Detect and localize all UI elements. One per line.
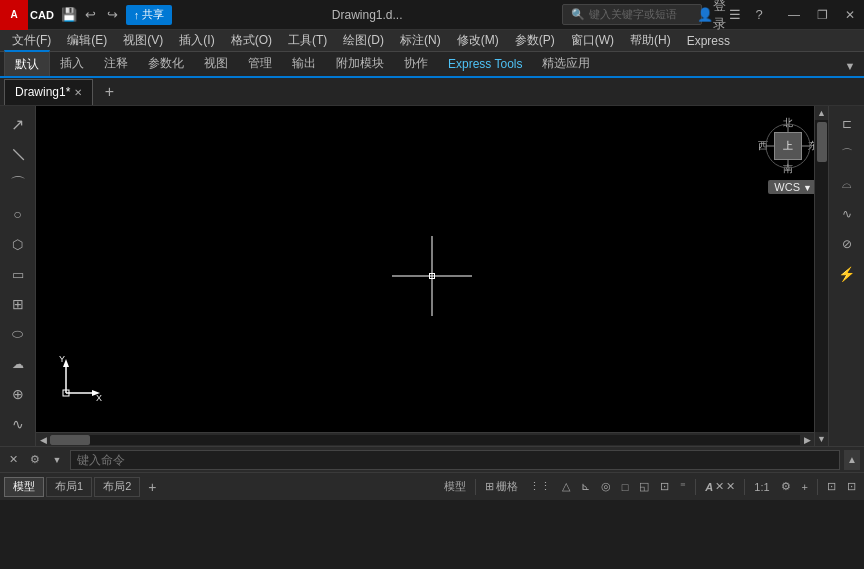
cmd-close-button[interactable]: ✕ (4, 451, 22, 469)
rt-tool-5[interactable]: ⊘ (833, 230, 861, 258)
cmd-expand-button[interactable]: ▲ (844, 450, 860, 470)
wcs-label[interactable]: WCS ▼ (768, 180, 818, 194)
tab-view[interactable]: 视图 (194, 50, 238, 76)
status-ducs[interactable]: ◱ (635, 476, 653, 498)
status-annotate[interactable]: A ✕ ✕ (701, 476, 739, 498)
menu-modify[interactable]: 修改(M) (449, 30, 507, 52)
title-bar: A CAD 💾 ↩ ↪ ↑ 共享 Drawing1.d... 🔍 键入关键字或短… (0, 0, 864, 30)
cloud-tool-button[interactable]: ☁ (4, 350, 32, 378)
menu-dimension[interactable]: 标注(N) (392, 30, 449, 52)
rt-tool-3[interactable]: ⌓ (833, 170, 861, 198)
tab-featured[interactable]: 精选应用 (532, 50, 600, 76)
share-button[interactable]: ↑ 共享 (126, 5, 173, 25)
menu-edit[interactable]: 编辑(E) (59, 30, 115, 52)
arc-tool-button[interactable]: ⌒ (4, 170, 32, 198)
menu-format[interactable]: 格式(O) (223, 30, 280, 52)
close-button[interactable]: ✕ (836, 0, 864, 30)
account-icon[interactable]: ☰ (726, 6, 744, 24)
wcs-dropdown[interactable]: ▼ (803, 183, 812, 193)
rt-tool-1[interactable]: ⊏ (833, 110, 861, 138)
h-scroll-thumb[interactable] (50, 435, 90, 445)
canvas[interactable]: 北 南 西 东 (36, 106, 828, 446)
hatch-tool-button[interactable]: ⊞ (4, 290, 32, 318)
point-tool-button[interactable]: ⊕ (4, 380, 32, 408)
tab-addons[interactable]: 附加模块 (326, 50, 394, 76)
status-polar[interactable]: ⊾ (577, 476, 594, 498)
model-tab[interactable]: 模型 (4, 477, 44, 497)
h-scroll-track (50, 435, 800, 445)
rectangle-tool-button[interactable]: ▭ (4, 260, 32, 288)
tab-default[interactable]: 默认 (4, 50, 50, 76)
tab-parametric[interactable]: 参数化 (138, 50, 194, 76)
spline-tool-button[interactable]: ∿ (4, 410, 32, 438)
scroll-down-arrow[interactable]: ▼ (815, 432, 828, 446)
menu-express[interactable]: Express (679, 30, 738, 52)
status-scale[interactable]: 1:1 (750, 476, 773, 498)
cmd-arrow-button[interactable]: ▼ (48, 451, 66, 469)
scroll-up-arrow[interactable]: ▲ (815, 106, 828, 120)
save-button[interactable]: 💾 (60, 6, 78, 24)
restore-button[interactable]: ❐ (808, 0, 836, 30)
status-lock[interactable]: ⊡ (843, 476, 860, 498)
rt-tool-4[interactable]: ∿ (833, 200, 861, 228)
tab-manage[interactable]: 管理 (238, 50, 282, 76)
new-layout-button[interactable]: + (142, 477, 162, 497)
menu-view[interactable]: 视图(V) (115, 30, 171, 52)
status-otrack[interactable]: □ (618, 476, 633, 498)
doc-tab-close-icon[interactable]: ✕ (74, 87, 82, 98)
rt-tool-2[interactable]: ⌒ (833, 140, 861, 168)
status-sep-1 (475, 479, 476, 495)
tab-insert[interactable]: 插入 (50, 50, 94, 76)
ribbon-dropdown[interactable]: ▼ (840, 56, 860, 76)
layout1-tab[interactable]: 布局1 (46, 477, 92, 497)
status-osnap[interactable]: ◎ (597, 476, 615, 498)
nav-cube[interactable]: 北 南 西 东 (758, 116, 818, 176)
status-model[interactable]: 模型 (440, 476, 470, 498)
rt-tool-6[interactable]: ⚡ (833, 260, 861, 288)
acad-logo[interactable]: A (0, 0, 28, 30)
line-tool-button[interactable]: | (0, 134, 36, 174)
vertical-scrollbar[interactable]: ▲ ▼ (814, 106, 828, 446)
horizontal-scrollbar[interactable]: ◀ ▶ (36, 432, 814, 446)
menu-file[interactable]: 文件(F) (4, 30, 59, 52)
menu-params[interactable]: 参数(P) (507, 30, 563, 52)
compass-center-button[interactable]: 上 (774, 132, 802, 160)
status-lw[interactable]: ⁼ (676, 476, 690, 498)
redo-button[interactable]: ↪ (104, 6, 122, 24)
scroll-right-arrow[interactable]: ▶ (800, 433, 814, 447)
tab-express-tools[interactable]: Express Tools (438, 50, 532, 76)
menu-help[interactable]: 帮助(H) (622, 30, 679, 52)
ellipse-tool-button[interactable]: ⬭ (4, 320, 32, 348)
minimize-button[interactable]: — (780, 0, 808, 30)
help-icon[interactable]: ? (750, 6, 768, 24)
status-plus[interactable]: + (798, 476, 812, 498)
status-grid[interactable]: ⊞ 栅格 (481, 476, 522, 498)
polygon-tool-button[interactable]: ⬡ (4, 230, 32, 258)
menu-draw[interactable]: 绘图(D) (335, 30, 392, 52)
menu-insert[interactable]: 插入(I) (171, 30, 222, 52)
menu-window[interactable]: 窗口(W) (563, 30, 622, 52)
tab-output[interactable]: 输出 (282, 50, 326, 76)
layout2-tab[interactable]: 布局2 (94, 477, 140, 497)
tab-collab[interactable]: 协作 (394, 50, 438, 76)
scroll-thumb[interactable] (817, 122, 827, 162)
scroll-left-arrow[interactable]: ◀ (36, 433, 50, 447)
status-workspace[interactable]: ⊡ (823, 476, 840, 498)
doc-tab-drawing1[interactable]: Drawing1* ✕ (4, 79, 93, 105)
status-snap[interactable]: ⋮⋮ (525, 476, 555, 498)
new-tab-button[interactable]: + (97, 80, 121, 104)
acad-app-name: CAD (30, 9, 54, 21)
model-layout-tabs: 模型 布局1 布局2 + (4, 477, 162, 497)
cmd-settings-button[interactable]: ⚙ (26, 451, 44, 469)
status-settings[interactable]: ⚙ (777, 476, 795, 498)
status-ortho[interactable]: △ (558, 476, 574, 498)
menu-bar: 文件(F) 编辑(E) 视图(V) 插入(I) 格式(O) 工具(T) 绘图(D… (0, 30, 864, 52)
signin-button[interactable]: 👤 登录 (702, 6, 720, 24)
circle-tool-button[interactable]: ○ (4, 200, 32, 228)
menu-tools[interactable]: 工具(T) (280, 30, 335, 52)
status-dyn[interactable]: ⊡ (656, 476, 673, 498)
command-input[interactable] (70, 450, 840, 470)
search-box[interactable]: 🔍 键入关键字或短语 (562, 4, 702, 25)
undo-button[interactable]: ↩ (82, 6, 100, 24)
tab-annotation[interactable]: 注释 (94, 50, 138, 76)
